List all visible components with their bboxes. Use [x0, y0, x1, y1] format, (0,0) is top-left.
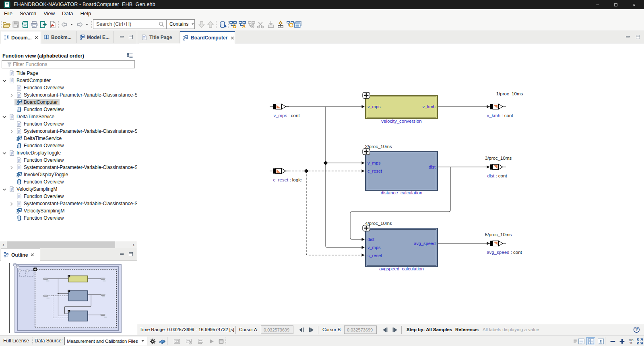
- search-input[interactable]: [96, 21, 158, 27]
- show-all-labels-button[interactable]: A: [237, 20, 247, 29]
- tab-title-page[interactable]: Title Page: [139, 31, 180, 43]
- tree-item-velocitysamplingm[interactable]: VelocitySamplingM: [0, 185, 137, 193]
- menu-file[interactable]: File: [0, 9, 16, 18]
- tree-item-systemconstant-parameter-variable-classinstance-st[interactable]: Systemconstant-Parameter-Variable-Classi…: [0, 200, 137, 207]
- tree-item-title-page[interactable]: Title Page: [0, 70, 137, 77]
- measure-remove-button[interactable]: [184, 337, 193, 345]
- minimize-editor-button[interactable]: [625, 34, 631, 40]
- data-source-viewer-button[interactable]: [158, 337, 167, 345]
- tree-item-boardcomputer[interactable]: BoardComputer: [0, 99, 137, 106]
- hide-labels-button[interactable]: [247, 20, 256, 29]
- view-with-sidebar-button[interactable]: [586, 337, 595, 345]
- tab-docum-[interactable]: Docum...: [1, 31, 41, 44]
- horizontal-scrollbar[interactable]: ‹ ›: [0, 241, 137, 248]
- navigate-back-button[interactable]: [60, 20, 69, 29]
- save-button[interactable]: [11, 20, 21, 29]
- scroll-right-icon[interactable]: ›: [130, 242, 137, 248]
- window-maximize-button[interactable]: [607, 0, 625, 9]
- cut-labels-button[interactable]: [256, 20, 265, 29]
- view-presentation-button[interactable]: [596, 337, 605, 345]
- open-window-button[interactable]: [293, 20, 303, 29]
- close-icon[interactable]: [30, 253, 35, 257]
- maximize-outline-button[interactable]: [128, 251, 134, 257]
- chevron-down-icon[interactable]: [2, 150, 7, 156]
- data-source-select[interactable]: Measurement and Calibration Files: [64, 337, 147, 345]
- tree-item-function-overview[interactable]: Function Overview: [0, 120, 137, 128]
- import-labels-button[interactable]: [266, 20, 276, 29]
- settings-button[interactable]: [148, 337, 157, 345]
- search-up-button[interactable]: [206, 20, 215, 29]
- scrollbar-thumb[interactable]: [7, 241, 115, 248]
- view-content-only-button[interactable]: [577, 337, 586, 345]
- measure-import-button[interactable]: [196, 337, 205, 345]
- measure-config-button[interactable]: [172, 337, 181, 345]
- tree-item-systemconstant-parameter-variable-classinstance-st[interactable]: Systemconstant-Parameter-Variable-Classi…: [0, 164, 137, 171]
- export-pdf-button[interactable]: [48, 20, 58, 29]
- window-minimize-button[interactable]: [588, 0, 607, 9]
- view-menu-icon[interactable]: [126, 52, 134, 59]
- diagram-canvas[interactable]: v_mpsv_kmhvelocity_conversionv_mpsc_rese…: [137, 43, 644, 324]
- chevron-right-icon[interactable]: [9, 165, 14, 171]
- tree-item-deltatimeservice[interactable]: DeltaTimeService: [0, 135, 137, 142]
- tree-item-invokedisplaytoggle[interactable]: InvokeDisplayToggle: [0, 171, 137, 178]
- open-ehandbook-button[interactable]: [20, 20, 30, 29]
- tree-item-function-overview[interactable]: Function Overview: [0, 157, 137, 164]
- cursor-a-input[interactable]: [261, 325, 293, 334]
- chevron-down-icon[interactable]: [2, 78, 7, 84]
- start-measurement-button[interactable]: [207, 337, 216, 345]
- close-icon[interactable]: [34, 35, 39, 40]
- contains-dropdown[interactable]: Contains: [167, 21, 198, 27]
- tree-item-function-overview[interactable]: Function Overview: [0, 106, 137, 113]
- tree-item-boardcomputer[interactable]: BoardComputer: [0, 77, 137, 84]
- maximize-editor-button[interactable]: [635, 34, 641, 40]
- tree-item-deltatimeservice[interactable]: DeltaTimeService: [0, 113, 137, 120]
- zoom-in-button[interactable]: [617, 337, 626, 345]
- print-button[interactable]: [29, 20, 39, 29]
- cursor-a-step-forward-button[interactable]: [308, 326, 315, 334]
- tree-item-function-overview[interactable]: Function Overview: [0, 142, 137, 149]
- window-close-button[interactable]: [625, 0, 643, 9]
- help-button[interactable]: ?: [633, 326, 640, 333]
- chevron-right-icon[interactable]: [9, 93, 14, 98]
- tab-outline[interactable]: Outline: [1, 248, 40, 261]
- tree-item-function-overview[interactable]: Function Overview: [0, 84, 137, 91]
- show-model-element-button[interactable]: [218, 20, 227, 29]
- maximize-panel-button[interactable]: [128, 34, 134, 40]
- zoom-out-button[interactable]: [608, 337, 617, 345]
- navigate-forward-menu-button[interactable]: [85, 23, 89, 27]
- cursor-b-step-back-button[interactable]: [382, 326, 389, 334]
- scroll-left-icon[interactable]: ‹: [0, 242, 6, 248]
- show-data-values-button[interactable]: D: [228, 20, 238, 29]
- tree-item-function-overview[interactable]: Function Overview: [0, 193, 137, 200]
- menu-view[interactable]: View: [40, 9, 58, 18]
- outline-canvas[interactable]: [0, 262, 137, 335]
- menu-help[interactable]: Help: [77, 9, 95, 18]
- stop-measurement-button[interactable]: [217, 337, 225, 345]
- search-down-button[interactable]: [197, 20, 206, 29]
- filter-input[interactable]: [12, 62, 134, 67]
- tree-item-invokedisplaytoggle[interactable]: InvokeDisplayToggle: [0, 149, 137, 157]
- close-icon[interactable]: [230, 36, 235, 40]
- navigate-forward-button[interactable]: [75, 20, 85, 29]
- cursor-b-input[interactable]: [344, 325, 377, 334]
- fit-to-screen-button[interactable]: [635, 337, 644, 345]
- zoom-100-button[interactable]: 100%: [626, 337, 635, 345]
- chevron-right-icon[interactable]: [9, 129, 14, 134]
- tree-item-velocitysamplingm[interactable]: VelocitySamplingM: [0, 207, 137, 214]
- tree-item-function-overview[interactable]: Function Overview: [0, 178, 137, 185]
- tree-item-function-overview[interactable]: Function Overview: [0, 214, 137, 222]
- menu-data[interactable]: Data: [58, 9, 76, 18]
- chevron-down-icon[interactable]: [2, 187, 7, 192]
- open-file-button[interactable]: [2, 20, 11, 29]
- menu-search[interactable]: Search: [16, 9, 40, 18]
- minimize-panel-button[interactable]: [119, 34, 125, 40]
- cursor-b-step-forward-button[interactable]: [391, 326, 398, 334]
- cursor-a-step-back-button[interactable]: [298, 326, 305, 334]
- tab-bookm-[interactable]: Bookm...: [41, 31, 77, 43]
- tree-item-systemconstant-parameter-variable-classinstance-st[interactable]: Systemconstant-Parameter-Variable-Classi…: [0, 91, 137, 99]
- export-labels-button[interactable]: [276, 20, 285, 29]
- tree-item-systemconstant-parameter-variable-classinstance-st[interactable]: Systemconstant-Parameter-Variable-Classi…: [0, 128, 137, 135]
- tab-boardcomputer[interactable]: BoardComputer: [180, 31, 235, 43]
- chevron-right-icon[interactable]: [9, 201, 14, 207]
- navigate-back-menu-button[interactable]: [70, 23, 74, 27]
